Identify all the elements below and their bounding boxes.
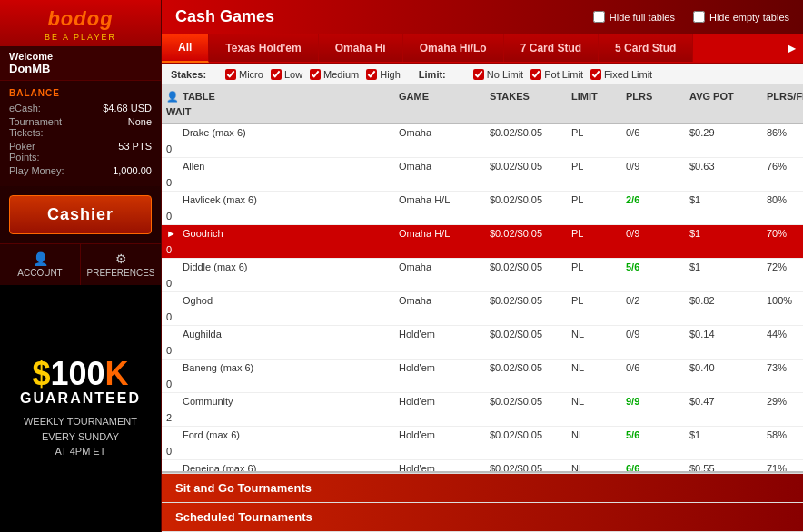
bottom-sections: Sit and Go Tournaments Scheduled Tournam… — [162, 471, 803, 532]
ecash-label: eCash: — [9, 103, 41, 113]
row-plrsflop: 86% — [762, 124, 803, 141]
row-plrs: 0/2 — [621, 292, 685, 309]
sit-and-go-section[interactable]: Sit and Go Tournaments — [162, 474, 803, 502]
table-row[interactable]: Baneng (max 6) Hold'em $0.02/$0.05 NL 0/… — [162, 360, 803, 393]
row-plrs: 0/6 — [621, 124, 685, 141]
filter-high[interactable]: High — [366, 69, 401, 80]
row-wait: 2 — [162, 409, 178, 426]
row-limit: PL — [567, 225, 621, 241]
row-plrsflop: 44% — [762, 326, 803, 342]
account-label: ACCOUNT — [17, 268, 62, 278]
tab-omaha[interactable]: Omaha Hi — [319, 34, 403, 62]
table-row[interactable]: Deneina (max 6) Hold'em $0.02/$0.05 NL 6… — [162, 460, 803, 471]
table-row[interactable]: Drake (max 6) Omaha $0.02/$0.05 PL 0/6 $… — [162, 124, 803, 158]
scheduled-section[interactable]: Scheduled Tournaments — [162, 503, 803, 531]
row-game: Omaha — [394, 158, 485, 174]
row-game: Hold'em — [394, 460, 485, 471]
row-avgpot: $0.55 — [685, 460, 762, 471]
filter-micro[interactable]: Micro — [225, 69, 263, 80]
row-name: Oghod — [178, 292, 394, 309]
col-table: TABLE — [178, 89, 394, 104]
row-limit: PL — [567, 192, 621, 208]
filter-low[interactable]: Low — [271, 69, 302, 80]
row-avgpot: $0.47 — [685, 393, 762, 409]
tab-7cardstud[interactable]: 7 Card Stud — [504, 34, 599, 62]
main-content: Cash Games Hide full tables Hide empty t… — [162, 0, 803, 532]
tab-omahahilo[interactable]: Omaha Hi/Lo — [403, 34, 504, 62]
tournament-row: TournamentTickets: None — [9, 116, 152, 138]
filter-nolimit[interactable]: No Limit — [473, 69, 523, 80]
row-plrs: 0/9 — [621, 326, 685, 342]
row-plrs: 0/6 — [621, 360, 685, 376]
row-game: Omaha H/L — [394, 192, 485, 208]
row-arrow — [162, 432, 178, 438]
hide-full-checkbox[interactable] — [593, 11, 605, 23]
row-avgpot: $1 — [685, 259, 762, 275]
table-row[interactable]: Oghod Omaha $0.02/$0.05 PL 0/2 $0.82 100… — [162, 292, 803, 326]
row-limit: PL — [567, 259, 621, 275]
hide-empty-checkbox[interactable] — [693, 11, 705, 23]
row-stakes: $0.02/$0.05 — [485, 393, 567, 409]
row-arrow — [162, 298, 178, 303]
tab-scroll-arrow[interactable]: ▶ — [780, 34, 803, 62]
table-row[interactable]: Community Hold'em $0.02/$0.05 NL 9/9 $0.… — [162, 393, 803, 427]
row-avgpot: $1 — [685, 225, 762, 241]
table-row[interactable]: Diddle (max 6) Omaha $0.02/$0.05 PL 5/6 … — [162, 259, 803, 292]
row-game: Hold'em — [394, 326, 485, 342]
row-arrow: ► — [162, 225, 178, 241]
cashier-button[interactable]: Cashier — [9, 195, 152, 234]
tab-5cardstud[interactable]: 5 Card Stud — [599, 34, 693, 62]
balance-title: BALANCE — [9, 88, 152, 98]
filter-potlimit[interactable]: Pot Limit — [530, 69, 583, 80]
row-plrsflop: 58% — [762, 427, 803, 443]
game-tabs: All Texas Hold'em Omaha Hi Omaha Hi/Lo 7… — [162, 34, 803, 64]
row-name: Allen — [178, 158, 394, 174]
hide-full-option[interactable]: Hide full tables — [593, 11, 675, 23]
preferences-button[interactable]: ⚙ PREFERENCES — [81, 244, 161, 285]
row-plrs: 9/9 — [621, 393, 685, 409]
row-plrs: 6/6 — [621, 460, 685, 471]
row-wait: 0 — [162, 174, 178, 191]
row-name: Aughilda — [178, 326, 394, 342]
row-avgpot: $0.63 — [685, 158, 762, 174]
main-header: Cash Games Hide full tables Hide empty t… — [162, 0, 803, 34]
tab-holdem[interactable]: Texas Hold'em — [209, 34, 318, 62]
filter-fixedlimit[interactable]: Fixed Limit — [590, 69, 652, 80]
col-limit: LIMIT — [567, 89, 621, 104]
hide-empty-option[interactable]: Hide empty tables — [693, 11, 789, 23]
sidebar: bodog BE A PLAYER Welcome DonMB BALANCE … — [0, 0, 162, 532]
row-stakes: $0.02/$0.05 — [485, 158, 567, 174]
row-arrow — [162, 365, 178, 370]
row-limit: PL — [567, 124, 621, 141]
bottom-nav: 👤 ACCOUNT ⚙ PREFERENCES — [0, 243, 161, 285]
row-game: Hold'em — [394, 427, 485, 443]
table-row[interactable]: Aughilda Hold'em $0.02/$0.05 NL 0/9 $0.1… — [162, 326, 803, 360]
row-wait: 0 — [162, 275, 178, 291]
row-name: Deneina (max 6) — [178, 460, 394, 471]
row-wait: 0 — [162, 309, 178, 325]
row-name: Goodrich — [178, 225, 394, 241]
stakes-filters: Micro Low Medium High — [225, 69, 401, 80]
row-avgpot: $0.29 — [685, 124, 762, 141]
ecash-row: eCash: $4.68 USD — [9, 103, 152, 113]
row-game: Omaha — [394, 124, 485, 141]
row-wait: 0 — [162, 141, 178, 157]
row-game: Hold'em — [394, 360, 485, 376]
games-table: 👤 TABLE GAME STAKES LIMIT PLRS AVG POT P… — [162, 85, 803, 471]
col-icon: 👤 — [162, 89, 178, 104]
tournament-value: None — [128, 116, 152, 138]
row-arrow — [162, 399, 178, 404]
row-stakes: $0.02/$0.05 — [485, 124, 567, 141]
tab-all[interactable]: All — [162, 34, 209, 63]
table-row[interactable]: Havlicek (max 6) Omaha H/L $0.02/$0.05 P… — [162, 192, 803, 225]
table-row[interactable]: Ford (max 6) Hold'em $0.02/$0.05 NL 5/6 … — [162, 427, 803, 460]
filter-medium[interactable]: Medium — [310, 69, 359, 80]
row-stakes: $0.02/$0.05 — [485, 259, 567, 275]
row-name: Drake (max 6) — [178, 124, 394, 141]
tournament-label: TournamentTickets: — [9, 116, 62, 138]
col-plrsflop: PLRS/FLOP — [762, 89, 803, 104]
table-row[interactable]: Allen Omaha $0.02/$0.05 PL 0/9 $0.63 76%… — [162, 158, 803, 192]
row-stakes: $0.02/$0.05 — [485, 326, 567, 342]
table-row[interactable]: ► Goodrich Omaha H/L $0.02/$0.05 PL 0/9 … — [162, 225, 803, 259]
account-button[interactable]: 👤 ACCOUNT — [0, 244, 81, 285]
